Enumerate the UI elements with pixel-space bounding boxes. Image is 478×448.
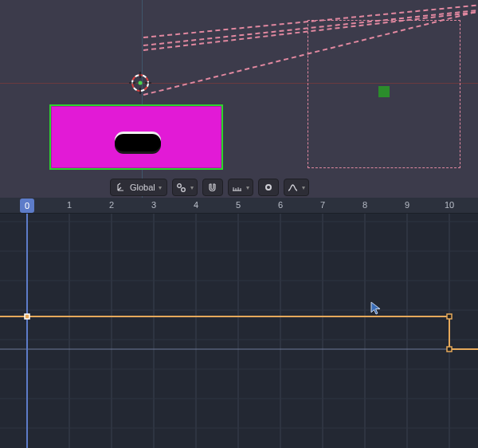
chevron-down-icon: ▾ xyxy=(302,184,305,191)
chevron-down-icon: ▾ xyxy=(159,184,162,191)
keyframe[interactable] xyxy=(25,314,29,319)
snap-mode-dropdown[interactable]: ▾ xyxy=(228,179,253,196)
magnet-icon xyxy=(207,182,218,193)
orientation-icon xyxy=(116,182,127,193)
cursor-3d-icon[interactable] xyxy=(127,70,153,96)
viewport-toolbar: Global ▾ ▾ ▾ xyxy=(110,177,309,198)
svg-point-6 xyxy=(139,81,143,85)
pivot-icon xyxy=(176,182,187,193)
selected-object[interactable] xyxy=(49,104,223,170)
keyframe[interactable] xyxy=(447,314,452,319)
snap-increment-icon xyxy=(232,182,243,193)
smooth-curve-icon xyxy=(288,182,299,193)
proportional-dot-icon xyxy=(265,184,272,191)
chevron-down-icon: ▾ xyxy=(190,184,194,191)
svg-point-7 xyxy=(178,183,182,187)
chevron-down-icon: ▾ xyxy=(246,184,249,191)
transform-orientation-label: Global xyxy=(130,183,155,192)
graph-editor[interactable]: 012345678910 xyxy=(0,198,478,448)
pivot-dropdown[interactable]: ▾ xyxy=(172,179,198,196)
proportional-falloff-dropdown[interactable]: ▾ xyxy=(284,179,309,196)
camera-handle[interactable] xyxy=(378,86,390,97)
svg-point-8 xyxy=(182,187,186,191)
keyframe[interactable] xyxy=(447,347,452,352)
proportional-edit-toggle[interactable] xyxy=(258,179,279,196)
transform-orientation-dropdown[interactable]: Global ▾ xyxy=(110,179,167,196)
viewport-3d[interactable]: Global ▾ ▾ ▾ xyxy=(0,0,478,198)
object-detail xyxy=(115,134,161,151)
snap-toggle[interactable] xyxy=(202,179,223,196)
